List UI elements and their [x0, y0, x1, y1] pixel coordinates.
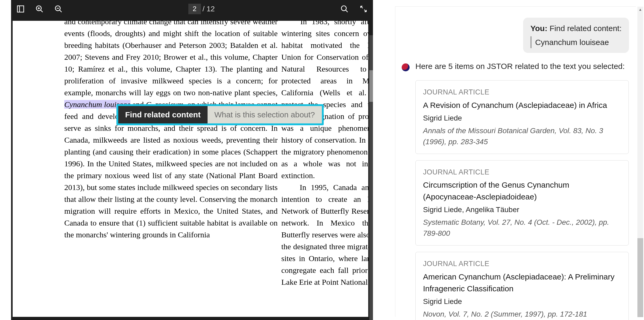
result-author: Sigrid Liede, Angelika Täuber: [423, 204, 621, 215]
result-card[interactable]: JOURNAL ARTICLE Circumscription of the G…: [415, 160, 629, 246]
panel-scrollbar-thumb[interactable]: [637, 238, 643, 317]
page-total-label: / 12: [203, 5, 215, 13]
sidebar-toggle-icon[interactable]: [16, 5, 25, 13]
results-list: JOURNAL ARTICLE A Revision of Cynanchum …: [415, 80, 629, 320]
pdf-column-1: and contemporary climate change that can…: [64, 21, 278, 241]
pdf-toolbar: / 12: [11, 0, 373, 18]
user-message-text: Find related content:: [549, 24, 622, 33]
svg-line-10: [346, 10, 348, 12]
result-source: Annals of the Missouri Botanical Garden,…: [423, 125, 621, 147]
svg-line-3: [41, 10, 43, 12]
svg-line-7: [60, 10, 62, 12]
result-type-label: JOURNAL ARTICLE: [423, 167, 621, 178]
selection-popover: Find related content What is this select…: [116, 104, 324, 125]
result-card[interactable]: JOURNAL ARTICLE A Revision of Cynanchum …: [415, 80, 629, 154]
what-is-this-about-button[interactable]: What is this selection about?: [208, 106, 322, 123]
ai-response-text: Here are 5 items on JSTOR related to the…: [415, 62, 625, 71]
scroll-up-icon[interactable]: ▲: [637, 7, 643, 12]
pdf-viewer: / 12 and contemporary climate change tha…: [11, 0, 373, 320]
svg-rect-0: [17, 6, 24, 12]
fullscreen-icon[interactable]: [359, 5, 368, 13]
ai-side-panel: You: Find related content: Cynanchum lou…: [395, 6, 636, 317]
result-type-label: JOURNAL ARTICLE: [423, 87, 621, 98]
result-card[interactable]: JOURNAL ARTICLE American Cynanchum (Ascl…: [415, 252, 629, 320]
user-quote: Cynanchum louiseae: [530, 36, 622, 48]
user-message-bubble: You: Find related content: Cynanchum lou…: [523, 18, 629, 53]
pdf-page: and contemporary climate change that can…: [13, 21, 368, 317]
zoom-out-icon[interactable]: [54, 5, 63, 13]
result-author: Sigrid Liede: [423, 113, 621, 124]
result-source: Systematic Botany, Vol. 27, No. 4 (Oct. …: [423, 217, 621, 239]
result-title: Circumscription of the Genus Cynanchum (…: [423, 179, 621, 203]
search-icon[interactable]: [340, 5, 349, 13]
result-author: Sigrid Liede: [423, 296, 621, 307]
result-title: American Cynanchum (Asclepiadaceae): A P…: [423, 271, 621, 294]
pdf-scrollbar-thumb[interactable]: [369, 70, 373, 102]
pdf-page-area[interactable]: and contemporary climate change that can…: [11, 18, 373, 320]
svg-point-9: [341, 6, 346, 11]
zoom-in-icon[interactable]: [35, 5, 44, 13]
user-label: You:: [530, 24, 547, 33]
page-number-input[interactable]: [188, 4, 201, 14]
ai-avatar-icon: [402, 63, 410, 71]
result-type-label: JOURNAL ARTICLE: [423, 258, 621, 269]
result-source: Novon, Vol. 7, No. 2 (Summer, 1997), pp.…: [423, 309, 621, 320]
result-title: A Revision of Cynanchum (Asclepiadaceae)…: [423, 99, 621, 111]
find-related-content-button[interactable]: Find related content: [118, 106, 208, 123]
pdf-column-2: In 1983, shortly after monarch wintering…: [281, 21, 368, 288]
